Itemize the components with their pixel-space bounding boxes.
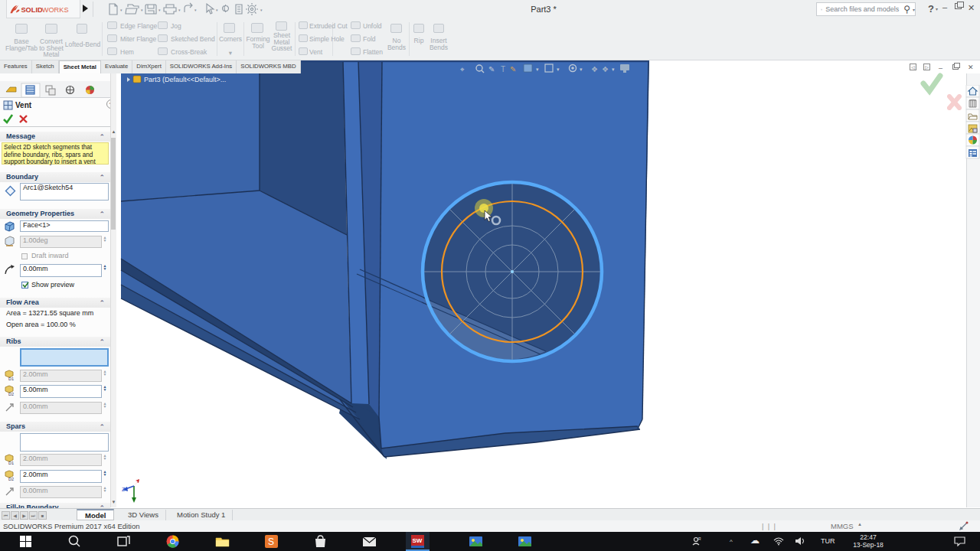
svg-text:▾: ▾ [216,8,218,12]
svg-text:WORKS: WORKS [42,6,69,14]
svg-text:⌖: ⌖ [460,65,465,73]
svg-text:❖: ❖ [591,65,598,73]
svg-text:▾: ▾ [178,8,181,12]
svg-text:▾: ▾ [120,8,122,12]
svg-text:▾: ▾ [194,8,197,12]
svg-text:Part3 (Default<<Default>...: Part3 (Default<<Default>... [144,76,226,83]
svg-text:▾: ▾ [580,67,583,72]
svg-text:S: S [268,536,274,547]
svg-text:R: R [698,536,701,541]
svg-text:Z: Z [122,487,126,492]
svg-text:D2: D2 [8,392,14,396]
svg-text:▾: ▾ [158,8,161,12]
svg-text:▾: ▾ [612,67,615,72]
svg-text:SOLID: SOLID [21,6,43,14]
svg-text:▾: ▾ [141,8,143,12]
svg-text:▾: ▾ [557,67,560,72]
svg-text:T: T [501,65,505,73]
svg-text:SW: SW [413,537,423,544]
svg-text:▾: ▾ [536,67,539,72]
svg-text:✎: ✎ [488,65,495,73]
svg-text:❖: ❖ [602,65,609,73]
svg-text:D2: D2 [8,477,14,481]
svg-text:D1: D1 [8,377,14,381]
svg-text:D1: D1 [8,461,14,465]
svg-text:✎: ✎ [510,65,516,73]
svg-text:▾: ▾ [260,8,263,12]
